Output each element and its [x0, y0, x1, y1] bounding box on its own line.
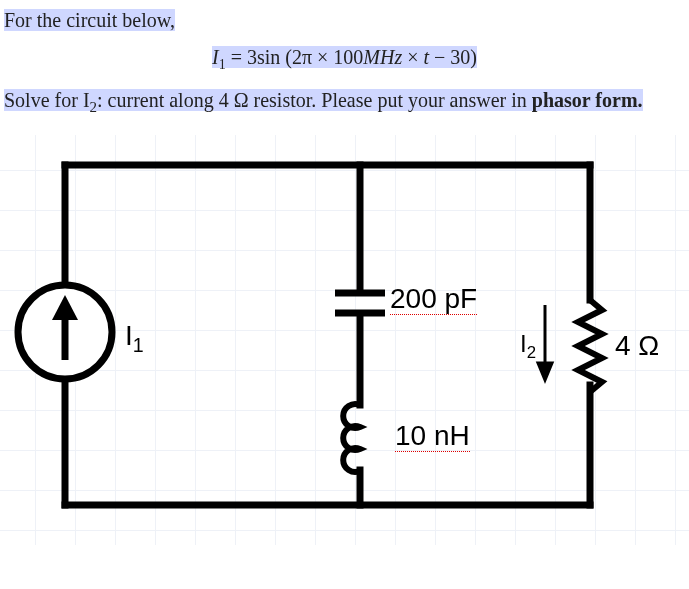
current-source: [18, 285, 112, 379]
current-i2-arrow: [538, 305, 552, 380]
eq-mid1: = 3sin (2π × 100: [226, 46, 364, 68]
given-equation: I1 = 3sin (2π × 100MHz × t − 30): [0, 34, 689, 87]
eq-lhs: I: [212, 46, 219, 68]
eq-tail: − 30): [429, 46, 477, 68]
capacitor: [335, 293, 385, 313]
inductor: [343, 404, 360, 472]
solve-sub: 2: [90, 99, 98, 115]
circuit-svg: [0, 135, 689, 545]
capacitor-label: 200 pF: [390, 283, 477, 315]
solve-pre: Solve for I: [4, 89, 90, 111]
problem-statement: For the circuit below,: [0, 0, 689, 34]
svg-marker-15: [538, 363, 552, 380]
eq-mid2: ×: [402, 46, 423, 68]
source-label: I1: [125, 320, 144, 357]
intro-text: For the circuit below,: [4, 9, 175, 31]
eq-unit: MHz: [363, 46, 402, 68]
circuit-diagram: I1 200 pF 10 nH 4 Ω I2: [0, 135, 689, 545]
resistor-label: 4 Ω: [615, 330, 659, 362]
current-i2-label: I2: [520, 330, 536, 363]
resistor: [578, 300, 602, 392]
solve-bold: phasor form.: [532, 89, 643, 111]
inductor-label: 10 nH: [395, 420, 470, 452]
solve-mid: : current along 4 Ω resistor. Please put…: [97, 89, 532, 111]
eq-lhs-sub: 1: [219, 57, 226, 72]
solve-instruction: Solve for I2: current along 4 Ω resistor…: [0, 87, 689, 135]
